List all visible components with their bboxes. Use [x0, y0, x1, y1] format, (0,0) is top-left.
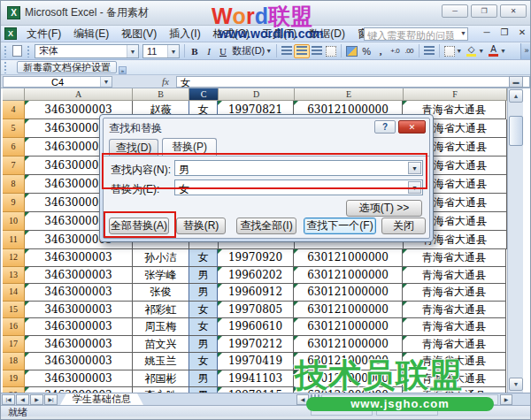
- cell-B12[interactable]: 孙小洁: [133, 249, 189, 267]
- fx-icon[interactable]: fx: [162, 76, 176, 87]
- menu-item-insert[interactable]: 插入(I): [163, 26, 206, 42]
- cell-E14[interactable]: 630121000000: [294, 284, 403, 302]
- new-document-button[interactable]: [10, 44, 24, 58]
- scroll-up-icon[interactable]: ▲: [509, 89, 523, 103]
- select-all-corner[interactable]: [3, 88, 25, 101]
- underline-button[interactable]: U: [216, 44, 230, 58]
- data-menu-button[interactable]: 数据(D)▼: [230, 44, 273, 58]
- workbook-restore-button[interactable]: ❐: [498, 27, 511, 37]
- row-header-19[interactable]: 19: [3, 370, 25, 388]
- font-name-combo[interactable]: 宋体 ▼: [35, 44, 139, 58]
- cell-A18[interactable]: 3463000003: [25, 353, 133, 370]
- row-header-5[interactable]: 5: [3, 119, 25, 138]
- toolbar-overflow-icon[interactable]: »: [119, 66, 127, 74]
- cell-C12[interactable]: 女: [189, 249, 218, 267]
- row-header-6[interactable]: 6: [3, 138, 25, 157]
- help-dropdown-icon[interactable]: ▼: [460, 30, 466, 36]
- hscroll-right-icon[interactable]: ▶: [500, 394, 512, 405]
- bold-button[interactable]: B: [188, 44, 202, 58]
- row-header-17[interactable]: 17: [3, 336, 25, 354]
- chevron-down-icon[interactable]: ▼: [167, 45, 179, 57]
- column-header-f[interactable]: F: [404, 88, 507, 101]
- currency-button[interactable]: [344, 44, 359, 58]
- row-header-16[interactable]: 16: [3, 318, 25, 336]
- workbook-close-button[interactable]: ✕: [516, 27, 528, 37]
- formula-input[interactable]: 女: [176, 76, 530, 88]
- comma-button[interactable]: ,: [373, 44, 388, 58]
- font-size-combo[interactable]: 11 ▼: [142, 44, 180, 58]
- replace-button[interactable]: 替换(R): [176, 218, 226, 234]
- minimize-button[interactable]: ─: [442, 4, 468, 18]
- dialog-help-button[interactable]: ?: [374, 120, 396, 134]
- row-header-12[interactable]: 12: [3, 249, 25, 267]
- cell-B18[interactable]: 姚玉兰: [133, 353, 189, 370]
- menu-item-file[interactable]: 文件(F): [20, 26, 67, 42]
- cell-F13[interactable]: 青海省大通县: [403, 267, 506, 285]
- cell-A17[interactable]: 3463000003: [25, 336, 133, 354]
- find-all-button[interactable]: 查找全部(I): [236, 218, 296, 234]
- dialog-close-button[interactable]: ✕: [398, 120, 426, 134]
- cell-E13[interactable]: 630121000000: [294, 267, 403, 285]
- cell-A16[interactable]: 3463000003: [25, 318, 133, 336]
- last-sheet-icon[interactable]: ▶|: [44, 394, 58, 405]
- maximize-button[interactable]: ❐: [471, 4, 497, 18]
- font-color-button[interactable]: A▼: [486, 44, 508, 58]
- find-next-button[interactable]: 查找下一个(F): [304, 218, 376, 234]
- cell-E12[interactable]: 630121000000: [294, 249, 403, 267]
- next-sheet-icon[interactable]: ▶: [30, 394, 43, 405]
- cell-D17[interactable]: 19970212: [218, 336, 294, 354]
- align-center-button[interactable]: [294, 44, 310, 58]
- cell-A15[interactable]: 3463000003: [25, 302, 133, 319]
- cell-C15[interactable]: 女: [189, 302, 218, 319]
- cell-C18[interactable]: 女: [189, 353, 218, 370]
- toolbar-grip[interactable]: [4, 61, 7, 73]
- cell-F14[interactable]: 青海省大通县: [403, 284, 506, 302]
- prev-sheet-icon[interactable]: ◀: [16, 394, 29, 405]
- menu-item-view[interactable]: 视图(V): [115, 26, 163, 42]
- cell-C14[interactable]: 男: [189, 284, 218, 302]
- chevron-down-icon[interactable]: ▼: [127, 45, 138, 57]
- merge-center-button[interactable]: [324, 44, 338, 58]
- row-header-15[interactable]: 15: [3, 302, 25, 319]
- row-header-13[interactable]: 13: [3, 267, 25, 285]
- column-header-c[interactable]: C: [189, 88, 219, 101]
- percent-button[interactable]: %: [359, 44, 373, 58]
- cell-D13[interactable]: 19960202: [218, 267, 294, 285]
- close-button[interactable]: ✕: [500, 4, 527, 18]
- row-header-11[interactable]: 11: [3, 231, 25, 249]
- cell-B17[interactable]: 苗文兴: [133, 336, 189, 354]
- decrease-decimal-button[interactable]: .00: [402, 44, 416, 58]
- name-box[interactable]: C4: [3, 76, 112, 88]
- column-header-e[interactable]: E: [295, 88, 404, 101]
- cell-E16[interactable]: 630121000000: [294, 318, 403, 336]
- cell-C13[interactable]: 男: [189, 267, 218, 285]
- cell-D19[interactable]: 19941103: [218, 370, 294, 388]
- cell-B15[interactable]: 祁彩虹: [133, 302, 189, 319]
- cell-B13[interactable]: 张学峰: [133, 267, 189, 285]
- increase-decimal-button[interactable]: +.0: [388, 44, 402, 58]
- column-header-a[interactable]: A: [25, 88, 133, 101]
- cell-D15[interactable]: 19970805: [218, 302, 294, 319]
- row-header-14[interactable]: 14: [3, 284, 25, 302]
- row-header-9[interactable]: 9: [3, 194, 25, 212]
- align-right-button[interactable]: [310, 44, 324, 58]
- name-box-dropdown-icon[interactable]: ▼: [100, 77, 112, 87]
- cell-D16[interactable]: 19960610: [218, 318, 294, 336]
- cell-C19[interactable]: 男: [189, 370, 218, 388]
- cell-E15[interactable]: 630121000000: [294, 302, 403, 319]
- sheet-tab[interactable]: 学生基础信息: [60, 393, 143, 405]
- align-left-button[interactable]: [280, 44, 294, 58]
- help-search-input[interactable]: 键入需要帮助的问题: [364, 27, 468, 41]
- cell-E17[interactable]: 630121000000: [294, 336, 403, 354]
- toolbar-grip[interactable]: [27, 45, 30, 57]
- first-sheet-icon[interactable]: |◀: [2, 394, 15, 405]
- row-header-18[interactable]: 18: [3, 353, 25, 370]
- cell-D14[interactable]: 19960912: [218, 284, 294, 302]
- cell-D18[interactable]: 19970419: [218, 353, 294, 370]
- menu-item-edit[interactable]: 编辑(E): [67, 26, 115, 42]
- row-header-10[interactable]: 10: [3, 212, 25, 231]
- cell-F12[interactable]: 青海省大通县: [403, 249, 506, 267]
- indent-button[interactable]: [422, 44, 436, 58]
- row-header-7[interactable]: 7: [3, 157, 25, 175]
- cell-A14[interactable]: 3463000003: [25, 284, 133, 302]
